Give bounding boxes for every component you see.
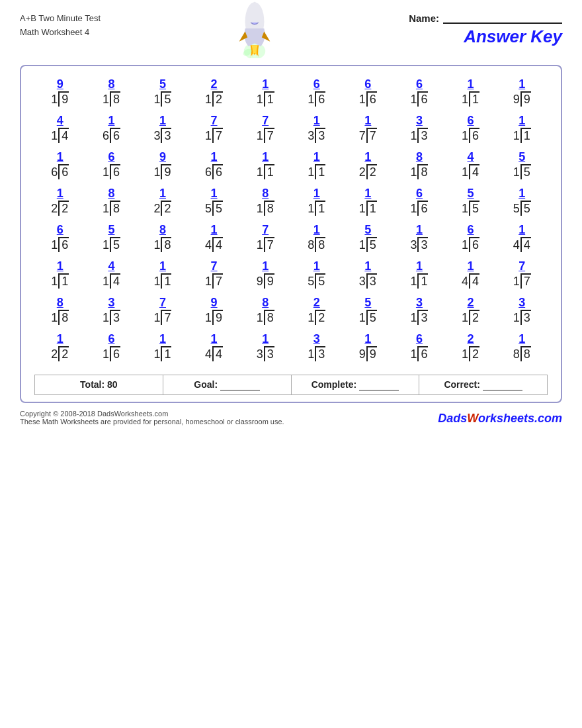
- name-underline-line: [443, 12, 562, 24]
- problem-2-3: 166: [192, 151, 237, 179]
- answer-num: 7: [262, 224, 269, 236]
- answer-num: 5: [364, 224, 371, 236]
- answer-num: 1: [313, 151, 320, 163]
- problem-bottom: 99: [359, 346, 377, 361]
- title-line2: Math Worksheet 4: [20, 26, 101, 40]
- problem-4-1: 515: [89, 224, 134, 252]
- header-left: A+B Two Minute Test Math Worksheet 4: [20, 12, 101, 40]
- problem-1-8: 616: [448, 114, 493, 143]
- problem-2-7: 818: [397, 151, 442, 179]
- problem-bottom: 13: [410, 128, 428, 143]
- divisor: 1: [462, 347, 468, 361]
- dividend: 9: [264, 273, 274, 289]
- answer-num: 1: [416, 260, 423, 272]
- problem-3-8: 515: [448, 187, 493, 216]
- complete-label: Complete:: [312, 379, 356, 390]
- answer-num: 5: [468, 187, 474, 199]
- answer-num: 4: [468, 151, 474, 163]
- dividend: 4: [212, 346, 223, 361]
- problem-bottom: 33: [257, 346, 274, 361]
- problem-bottom: 44: [462, 273, 479, 289]
- dividend: 9: [366, 346, 377, 361]
- dividend: 6: [58, 237, 69, 252]
- answer-num: 1: [313, 187, 320, 199]
- problem-bottom: 18: [103, 201, 120, 216]
- problem-bottom: 11: [153, 273, 171, 289]
- answer-num: 1: [364, 260, 371, 272]
- answer-num: 2: [468, 333, 474, 345]
- dividend: 3: [315, 128, 325, 143]
- dividend: 1: [417, 273, 428, 289]
- divisor: 1: [153, 165, 160, 179]
- correct-label: Correct:: [444, 379, 479, 390]
- answer-num: 1: [364, 333, 371, 345]
- answer-num: 1: [211, 187, 218, 199]
- problem-1-5: 133: [294, 114, 339, 143]
- problem-row-2: 166616919166111111122818414515: [34, 151, 548, 179]
- dividend: 2: [315, 310, 325, 325]
- problem-6-7: 313: [397, 296, 442, 325]
- problem-4-5: 188: [294, 224, 339, 252]
- problem-1-7: 313: [397, 114, 442, 143]
- problem-bottom: 55: [513, 201, 531, 216]
- dividend: 5: [520, 201, 531, 216]
- goal-blank: [220, 379, 260, 390]
- problem-bottom: 15: [359, 310, 377, 325]
- dividend: 1: [264, 164, 274, 179]
- answer-num: 1: [211, 151, 218, 163]
- problem-2-8: 414: [448, 151, 493, 179]
- problem-6-8: 212: [448, 296, 493, 325]
- problem-5-1: 414: [89, 260, 134, 289]
- dividend: 6: [469, 128, 479, 143]
- divisor: 3: [359, 275, 366, 289]
- problem-bottom: 77: [359, 128, 377, 143]
- dividend: 7: [264, 128, 274, 143]
- dividend: 6: [110, 164, 120, 179]
- answer-num: 1: [364, 151, 371, 163]
- problem-4-3: 144: [192, 224, 237, 252]
- problem-bottom: 17: [205, 273, 223, 289]
- divisor: 1: [359, 311, 366, 325]
- divisor: 1: [103, 347, 109, 361]
- problem-6-4: 818: [243, 296, 288, 325]
- problem-4-8: 616: [448, 224, 493, 252]
- divisor: 2: [51, 347, 58, 361]
- problem-row-0: 919818515212111616616616111199: [34, 78, 548, 107]
- problem-1-0: 414: [38, 114, 83, 143]
- problem-row-5: 111414111717199155133111144717: [34, 260, 548, 289]
- dividend: 1: [161, 273, 171, 289]
- problem-5-3: 717: [192, 260, 237, 289]
- dividend: 6: [469, 237, 479, 252]
- problem-bottom: 13: [410, 310, 428, 325]
- divisor: 9: [257, 275, 263, 289]
- divisor: 1: [51, 129, 58, 143]
- answer-num: 8: [159, 224, 166, 236]
- answer-num: 3: [416, 296, 423, 308]
- answer-num: 8: [262, 296, 269, 308]
- dividend: 8: [110, 91, 120, 107]
- dividend: 7: [212, 273, 223, 289]
- divisor: 1: [51, 275, 58, 289]
- dividend: 9: [161, 164, 171, 179]
- problem-row-1: 414166133717717133177313616111: [34, 114, 548, 143]
- dividend: 4: [520, 237, 531, 252]
- dividend: 9: [212, 310, 223, 325]
- problem-1-9: 111: [499, 114, 544, 143]
- problem-7-1: 616: [89, 333, 134, 361]
- dividend: 4: [110, 273, 120, 289]
- answer-num: 9: [57, 78, 63, 90]
- answer-num: 5: [364, 296, 371, 308]
- problem-bottom: 12: [308, 310, 325, 325]
- problem-bottom: 33: [359, 273, 377, 289]
- answer-num: 1: [364, 114, 371, 126]
- problem-bottom: 11: [308, 201, 325, 216]
- problem-bottom: 16: [51, 237, 69, 252]
- divisor: 1: [153, 93, 160, 107]
- problem-bottom: 44: [513, 237, 531, 252]
- problem-bottom: 44: [205, 237, 223, 252]
- dividend: 4: [469, 164, 479, 179]
- problem-bottom: 18: [410, 164, 428, 179]
- name-line: Name:: [409, 12, 562, 24]
- problem-bottom: 15: [103, 237, 120, 252]
- problem-6-2: 717: [140, 296, 185, 325]
